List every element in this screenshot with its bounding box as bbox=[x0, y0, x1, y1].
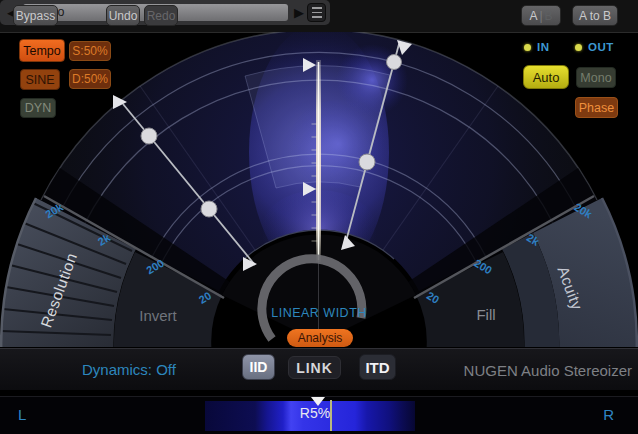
width-mode-label: LINEAR WIDTH bbox=[249, 306, 389, 320]
brand-label: NUGEN Audio Stereoizer bbox=[464, 362, 632, 379]
dyn-button[interactable]: DYN bbox=[20, 98, 56, 118]
tempo-button[interactable]: Tempo bbox=[19, 39, 65, 62]
a-to-b-button[interactable]: A to B bbox=[572, 5, 618, 26]
meter-in: IN bbox=[524, 41, 550, 53]
mono-button[interactable]: Mono bbox=[576, 67, 616, 88]
out-indicator-icon bbox=[575, 44, 582, 51]
d-value-button[interactable]: D:50% bbox=[69, 69, 111, 89]
right-line-handle-inner[interactable] bbox=[359, 154, 375, 170]
auto-button[interactable]: Auto bbox=[523, 65, 569, 89]
dynamics-status[interactable]: Dynamics: Off bbox=[82, 361, 176, 378]
fill-label: Fill bbox=[476, 306, 495, 323]
pan-strip[interactable]: L R5% R bbox=[0, 396, 638, 434]
s-value-button[interactable]: S:50% bbox=[69, 41, 111, 61]
out-label: OUT bbox=[588, 41, 614, 53]
redo-button[interactable]: Redo bbox=[144, 5, 178, 26]
stereoizer-window: { "toolbar": { "bypass": "Bypass", "undo… bbox=[0, 0, 638, 434]
ab-compare-button[interactable]: A|B bbox=[521, 5, 561, 26]
in-indicator-icon bbox=[524, 44, 531, 51]
pan-left-label: L bbox=[18, 406, 26, 423]
ab-b-label: B bbox=[545, 9, 553, 23]
pan-value: R5% bbox=[285, 405, 345, 421]
toolbar: Bypass Undo Redo ◀ Demo ▶ A|B A to B bbox=[0, 0, 638, 33]
preset-list-icon[interactable] bbox=[307, 3, 326, 22]
in-label: IN bbox=[537, 41, 550, 53]
link-button[interactable]: LINK bbox=[288, 356, 341, 379]
right-line-handle-outer[interactable] bbox=[387, 55, 402, 70]
left-line-handle-inner[interactable] bbox=[201, 201, 217, 217]
pan-right-label: R bbox=[603, 406, 614, 423]
invert-label: Invert bbox=[139, 307, 177, 324]
bypass-button[interactable]: Bypass bbox=[13, 5, 58, 26]
analysis-button[interactable]: Analysis bbox=[287, 329, 353, 347]
itd-tab[interactable]: ITD bbox=[359, 354, 396, 380]
sine-button[interactable]: SINE bbox=[20, 69, 60, 90]
ab-sep-label: | bbox=[537, 9, 544, 23]
iid-tab[interactable]: IID bbox=[242, 354, 275, 380]
preset-next-icon[interactable]: ▶ bbox=[291, 0, 307, 25]
meter-out: OUT bbox=[575, 41, 614, 53]
left-line-handle-outer[interactable] bbox=[141, 128, 157, 144]
undo-button[interactable]: Undo bbox=[106, 5, 140, 26]
phase-button[interactable]: Phase bbox=[575, 97, 618, 118]
bottom-bar: Dynamics: Off IID LINK ITD NUGEN Audio S… bbox=[0, 348, 638, 390]
